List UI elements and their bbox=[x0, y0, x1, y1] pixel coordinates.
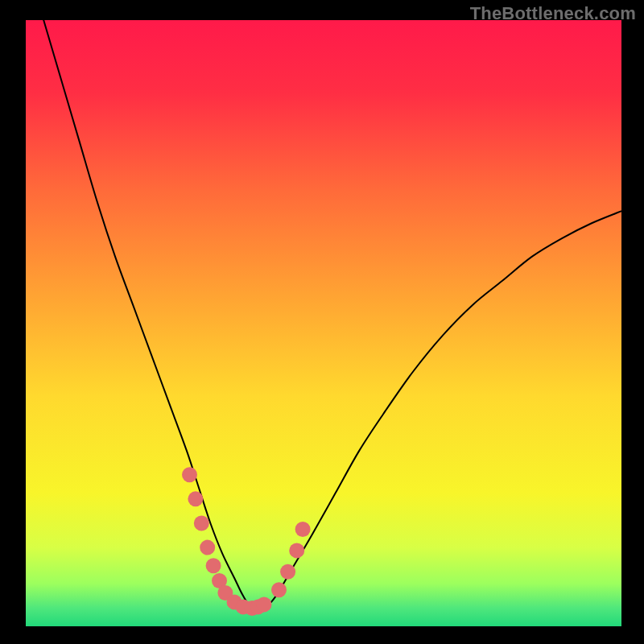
curve-marker bbox=[289, 543, 304, 558]
curve-marker bbox=[194, 515, 209, 530]
watermark-text: TheBottleneck.com bbox=[470, 3, 636, 24]
chart-frame: { "watermark": "TheBottleneck.com", "col… bbox=[0, 0, 644, 644]
curve-marker bbox=[182, 467, 197, 482]
curve-marker bbox=[200, 540, 215, 555]
curve-marker bbox=[188, 491, 203, 506]
curve-marker bbox=[280, 564, 295, 580]
bottleneck-chart bbox=[0, 0, 644, 644]
curve-marker bbox=[271, 582, 287, 597]
curve-marker bbox=[257, 597, 272, 612]
curve-marker bbox=[295, 522, 311, 537]
curve-marker bbox=[206, 558, 221, 573]
gradient-background bbox=[26, 20, 621, 626]
